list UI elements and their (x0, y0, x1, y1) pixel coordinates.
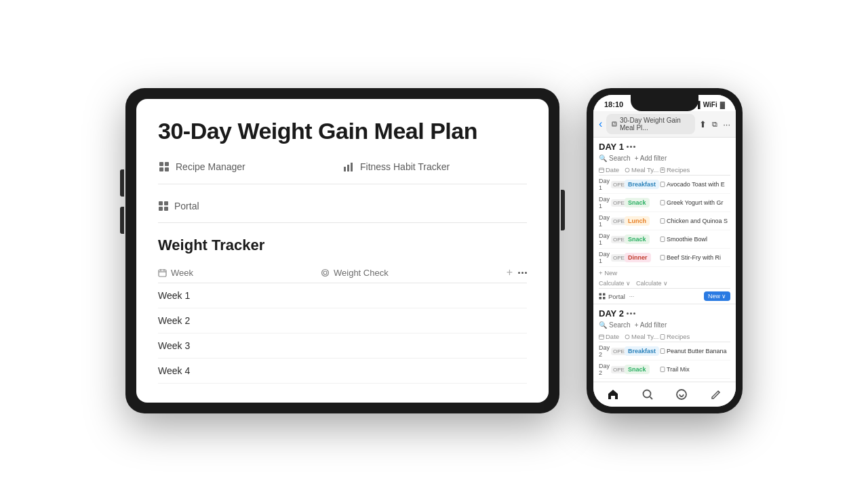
svg-rect-1 (165, 162, 169, 166)
recipe-icon-xs (660, 200, 665, 205)
nav-edit[interactable] (709, 388, 723, 401)
chart-icon (342, 161, 355, 173)
table-row[interactable]: Day 1OPEN Snack Greek Yogurt with Gr (599, 194, 730, 212)
table-row[interactable]: Day 2OPEN Snack Trail Mix (599, 361, 730, 379)
meal-type-badge: Snack (625, 235, 650, 244)
table-row[interactable]: Day 1OPEN Dinner Beef Stir-Fry with Ri (599, 249, 730, 267)
more-options-btn[interactable] (518, 272, 527, 274)
recipe-icon-xs (660, 182, 665, 187)
more-icon[interactable]: ··· (723, 119, 730, 129)
portal-icon-sm (599, 293, 606, 300)
recipe-icon-xs (660, 348, 665, 354)
meal-cell: Breakfast (625, 346, 660, 356)
tablet-screen: 30-Day Weight Gain Meal Plan Recipe Mana… (136, 99, 549, 403)
date-cell: Day 2OPEN (599, 344, 625, 358)
nav-search[interactable] (641, 388, 654, 401)
phone-content: DAY 1 🔍 Search + Add filter Date (593, 138, 736, 382)
calendar-icon-sm (599, 167, 604, 173)
recipe-cell: Avocado Toast with E (660, 181, 730, 188)
meal-type-column-header: Meal Ty... (625, 166, 660, 174)
calendar-icon (158, 268, 167, 277)
recipe-cell: Greek Yogurt with Gr (660, 199, 730, 206)
week-cell: Week 4 (158, 365, 321, 376)
scene: 30-Day Weight Gain Meal Plan Recipe Mana… (125, 88, 743, 413)
add-filter-button[interactable]: + Add filter (635, 155, 667, 162)
tabs-icon[interactable]: ⧉ (712, 120, 717, 129)
table-row[interactable]: Week 3 (158, 333, 527, 359)
recipe-cell: Peanut Butter Banana (660, 348, 730, 354)
portal-row[interactable]: Portal (158, 201, 527, 223)
portal-row[interactable]: Portal ··· New ∨ (593, 289, 736, 304)
recipe-icon-xs (660, 255, 665, 260)
recipe-manager-label: Recipe Manager (176, 161, 245, 172)
day1-more[interactable] (627, 146, 635, 148)
week-cell: Week 2 (158, 315, 321, 326)
linked-databases: Recipe Manager Fitness Habit Tracker (158, 161, 527, 184)
svg-rect-37 (660, 334, 665, 339)
day2-more[interactable] (627, 312, 635, 314)
add-filter-button-2[interactable]: + Add filter (635, 321, 667, 329)
weight-tracker-title: Weight Tracker (158, 237, 527, 254)
svg-rect-31 (603, 293, 606, 296)
svg-point-16 (323, 271, 327, 274)
phone-device: 18:10 ▐ WiFi ▓ ‹ N 30-Day Weight Gain Me… (587, 88, 743, 413)
add-column-btn[interactable]: + (507, 266, 513, 279)
recipe-icon-xs (660, 367, 665, 372)
nav-inbox[interactable] (675, 388, 688, 401)
week-cell: Week 3 (158, 340, 321, 351)
calculate-2[interactable]: Calculate ∨ (636, 280, 668, 287)
svg-rect-30 (599, 293, 602, 296)
meal-type-badge: Snack (625, 198, 650, 207)
svg-rect-33 (603, 297, 606, 300)
tablet-content: 30-Day Weight Gain Meal Plan Recipe Mana… (136, 99, 549, 403)
search-button[interactable]: 🔍 Search (599, 155, 631, 162)
url-text: 30-Day Weight Gain Meal Pl... (620, 117, 690, 131)
share-icon[interactable]: ⬆ (699, 119, 707, 129)
svg-rect-6 (351, 163, 353, 171)
date-cell: Day 1OPEN (599, 251, 625, 264)
recipe-cell: Trail Mix (660, 366, 730, 373)
portal-more[interactable]: ··· (629, 293, 635, 300)
meal-cell: Snack (625, 198, 660, 207)
search-button-2[interactable]: 🔍 Search (599, 321, 631, 329)
portal-label: Portal (608, 293, 625, 300)
table-body: Week 1 Week 2 Week 3 Week 4 (158, 283, 527, 384)
column-actions: + (507, 266, 527, 279)
meal-icon-sm2 (625, 334, 630, 340)
home-icon (606, 388, 620, 401)
table-row[interactable]: Week 2 (158, 308, 527, 333)
recipe-manager-link[interactable]: Recipe Manager (158, 161, 342, 173)
date-cell: Day 1OPEN (599, 232, 625, 246)
date-cell: Day 1OPEN (599, 214, 625, 228)
new-row-button[interactable]: + New (599, 267, 730, 279)
table-row[interactable]: Day 1OPEN Snack Smoothie Bowl (599, 230, 730, 249)
day2-section: DAY 2 🔍 Search + Add filter Date (593, 304, 736, 379)
url-bar[interactable]: N 30-Day Weight Gain Meal Pl... (606, 114, 695, 134)
day1-section: DAY 1 🔍 Search + Add filter Date (593, 138, 736, 289)
table-row[interactable]: Day 2OPEN Breakfast Peanut Butter Banana (599, 342, 730, 361)
phone-notch (631, 95, 698, 111)
tablet-power-button (561, 190, 565, 230)
svg-rect-3 (165, 167, 169, 171)
table-row[interactable]: Day 1OPEN Lunch Chicken and Quinoa S (599, 212, 730, 230)
column-weight: Weight Check (321, 268, 507, 278)
svg-rect-9 (159, 207, 163, 211)
svg-rect-28 (660, 237, 665, 242)
page-title: 30-Day Weight Gain Meal Plan (158, 118, 527, 144)
svg-rect-29 (660, 256, 665, 260)
new-badge[interactable]: New ∨ (704, 291, 730, 301)
day2-table-header: Date Meal Ty... Recipes (599, 331, 730, 342)
column-week: Week (158, 268, 321, 278)
back-button[interactable]: ‹ (599, 118, 602, 130)
svg-point-40 (643, 390, 650, 398)
table-row[interactable]: Week 1 (158, 283, 527, 308)
phone-screen: 18:10 ▐ WiFi ▓ ‹ N 30-Day Weight Gain Me… (593, 95, 736, 407)
table-row[interactable]: Day 1OPEN Breakfast Avocado Toast with E (599, 176, 730, 194)
day1-table-header: Date Meal Ty... Recipes (599, 165, 730, 176)
fitness-tracker-link[interactable]: Fitness Habit Tracker (342, 161, 527, 173)
svg-point-36 (625, 335, 629, 339)
nav-home[interactable] (606, 388, 620, 401)
table-row[interactable]: Week 4 (158, 359, 527, 384)
browser-bar: ‹ N 30-Day Weight Gain Meal Pl... ⬆ ⧉ ··… (593, 111, 736, 138)
calculate-1[interactable]: Calculate ∨ (599, 280, 631, 287)
